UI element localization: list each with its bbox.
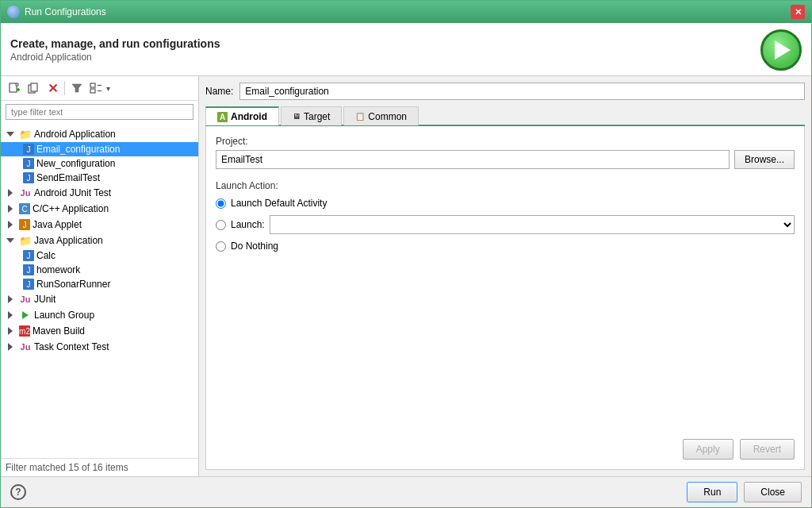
close-button-footer[interactable]: Close — [744, 482, 802, 502]
tree-item-send-email[interactable]: J SendEmailTest — [1, 171, 198, 185]
tree-item-task-context[interactable]: Ju Task Context Test — [1, 339, 198, 355]
help-button[interactable]: ? — [10, 484, 26, 500]
apply-button[interactable]: Apply — [683, 439, 733, 460]
tree-label: Task Context Test — [34, 341, 109, 352]
folder-icon: 📁 — [19, 128, 32, 140]
radio-do-nothing[interactable] — [216, 241, 226, 252]
option-do-nothing: Do Nothing — [216, 241, 795, 252]
tab-common[interactable]: 📋 Common — [343, 106, 419, 125]
tree-label: Java Applet — [33, 219, 82, 230]
expand-icon — [4, 218, 17, 231]
tree-item-maven[interactable]: m2 Maven Build — [1, 323, 198, 339]
filter-status: Filter matched 15 of 16 items — [6, 462, 128, 473]
tree-item-calc[interactable]: J Calc — [1, 248, 198, 263]
svg-rect-8 — [90, 83, 95, 87]
tree-label: homework — [36, 264, 80, 275]
android-tab-icon: A — [217, 112, 228, 122]
tree-label: New_configuration — [36, 158, 115, 169]
svg-rect-9 — [90, 89, 95, 93]
window-title: Run Configurations — [25, 6, 106, 17]
junit-icon2: Ju — [19, 293, 32, 306]
tree-item-java-app-group[interactable]: 📁 Java Application — [1, 233, 198, 248]
name-input[interactable] — [239, 83, 805, 100]
run-button-footer[interactable]: Run — [687, 482, 737, 502]
status-bar: Filter matched 15 of 16 items — [1, 458, 198, 476]
launch-action-label: Launch Action: — [216, 180, 795, 191]
tree-item-sonar[interactable]: J RunSonarRunner — [1, 277, 198, 291]
cpp-icon: C — [19, 203, 30, 214]
browse-button[interactable]: Browse... — [734, 150, 795, 169]
tree-label: Android JUnit Test — [34, 187, 111, 198]
folder-icon: 📁 — [19, 234, 32, 247]
toolbar: ✕ ▾ — [1, 76, 198, 101]
config-icon: J — [23, 250, 34, 261]
duplicate-config-button[interactable] — [25, 79, 42, 97]
header-subtitle: Android Application — [10, 52, 220, 63]
tab-label: Android — [231, 111, 267, 122]
common-tab-icon: 📋 — [355, 112, 365, 121]
bottom-buttons: Apply Revert — [216, 433, 795, 460]
tree-item-homework[interactable]: J homework — [1, 263, 198, 277]
tab-label: Common — [368, 111, 407, 122]
tree-item-android-junit[interactable]: Ju Android JUnit Test — [1, 185, 198, 201]
dropdown-arrow[interactable]: ▾ — [106, 84, 110, 93]
collapse-button[interactable] — [87, 79, 105, 97]
launch-action-options: Launch Default Activity Launch: Do Nothi… — [216, 198, 795, 252]
label-do-nothing: Do Nothing — [231, 241, 278, 252]
tree-item-java-applet[interactable]: J Java Applet — [1, 217, 198, 233]
revert-button[interactable]: Revert — [740, 439, 795, 460]
new-config-button[interactable] — [6, 79, 23, 97]
tree-item-launch-group[interactable]: Launch Group — [1, 307, 198, 323]
tree-item-junit[interactable]: Ju JUnit — [1, 291, 198, 307]
header-bar: Create, manage, and run configurations A… — [1, 23, 811, 76]
expand-icon — [4, 202, 17, 215]
label-launch: Launch: — [231, 219, 265, 230]
app-icon — [7, 6, 20, 18]
delete-config-button[interactable]: ✕ — [44, 79, 61, 97]
name-label: Name: — [205, 86, 233, 97]
close-button[interactable]: ✕ — [791, 5, 805, 19]
tree-label: Maven Build — [33, 325, 85, 337]
project-input[interactable] — [216, 150, 730, 169]
filter-button[interactable] — [68, 79, 86, 97]
separator-1 — [64, 81, 65, 95]
launch-select[interactable] — [270, 215, 795, 234]
tree-label: Android Application — [34, 129, 116, 140]
expand-icon — [4, 234, 17, 247]
tree-label: RunSonarRunner — [36, 279, 110, 290]
expand-icon — [4, 341, 17, 353]
right-panel: Name: A Android 🖥 Target 📋 Common Pro — [199, 76, 811, 476]
expand-icon — [4, 128, 17, 140]
run-button[interactable] — [760, 29, 802, 71]
config-icon: J — [23, 172, 34, 183]
svg-rect-6 — [31, 83, 37, 91]
config-icon: J — [23, 279, 34, 290]
tree-label: JUnit — [34, 294, 56, 305]
tree-item-cpp[interactable]: C C/C++ Application — [1, 201, 198, 217]
tree-item-android-group[interactable]: 📁 Android Application — [1, 126, 198, 142]
tree-item-new-config[interactable]: J New_configuration — [1, 156, 198, 171]
config-icon: J — [23, 264, 34, 275]
footer-buttons: Run Close — [687, 482, 802, 502]
filter-input[interactable] — [6, 104, 193, 120]
bottom-bar: ? Run Close — [1, 476, 811, 507]
tab-content-android: Project: Browse... Launch Action: Launch… — [205, 126, 805, 470]
tree-item-email-config[interactable]: J Email_configuration — [1, 142, 198, 156]
main-content: ✕ ▾ — [1, 76, 811, 476]
target-tab-icon: 🖥 — [293, 112, 301, 121]
expand-icon — [4, 325, 17, 337]
expand-icon — [4, 293, 17, 306]
expand-icon — [4, 187, 17, 199]
tree-label: Email_configuration — [36, 144, 120, 155]
option-launch: Launch: — [216, 215, 795, 234]
run-configurations-window: Run Configurations ✕ Create, manage, and… — [0, 0, 812, 508]
task-icon: Ju — [19, 341, 32, 353]
config-icon: J — [23, 158, 34, 169]
tab-target[interactable]: 🖥 Target — [281, 106, 342, 125]
tree-label: C/C++ Application — [33, 203, 109, 214]
radio-launch[interactable] — [216, 220, 226, 230]
name-row: Name: — [205, 83, 805, 100]
tab-android[interactable]: A Android — [205, 106, 279, 125]
left-panel: ✕ ▾ — [1, 76, 199, 476]
radio-default-activity[interactable] — [216, 198, 226, 209]
